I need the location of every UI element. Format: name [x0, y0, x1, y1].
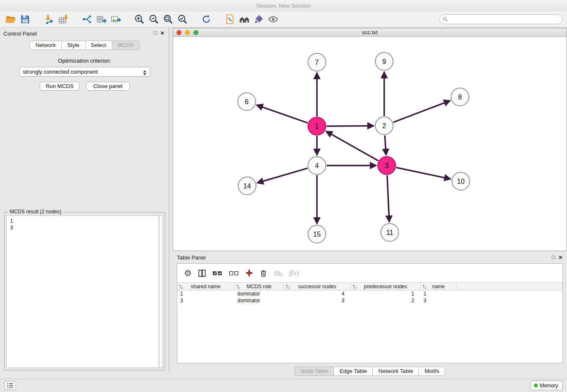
- deselect-all-icon: [229, 270, 239, 277]
- zoom-fit-button[interactable]: [161, 13, 175, 26]
- tab-style[interactable]: Style: [61, 41, 85, 50]
- graph-edge-2-3[interactable]: [385, 135, 386, 155]
- fx-icon: f(x): [289, 269, 299, 277]
- export-image-button[interactable]: [108, 13, 123, 26]
- svg-text:9: 9: [383, 58, 386, 65]
- graph-edge-4-14[interactable]: [257, 168, 308, 183]
- graph-node-15[interactable]: 15: [308, 225, 326, 243]
- task-history-button[interactable]: [4, 381, 16, 390]
- mcds-result-list[interactable]: 13: [6, 215, 159, 368]
- table-row[interactable]: 3dominator323: [177, 297, 562, 304]
- graph-node-11[interactable]: 11: [381, 224, 399, 241]
- delete-entry-button[interactable]: [259, 269, 267, 277]
- table-cell: dominator: [234, 297, 284, 304]
- tab-node-table[interactable]: Node Table: [295, 367, 334, 376]
- delete-table-button[interactable]: [274, 270, 283, 277]
- float-table-panel-icon[interactable]: □: [552, 254, 555, 260]
- zoom-fit-icon: [163, 14, 173, 25]
- show-hide-graphics-button[interactable]: [266, 13, 280, 26]
- memory-button[interactable]: Memory: [530, 381, 563, 390]
- window-zoom-icon[interactable]: [193, 30, 198, 35]
- graph-node-3[interactable]: 3: [378, 157, 396, 174]
- table-cell: 2: [351, 297, 421, 304]
- graph-edge-3-11[interactable]: [387, 175, 389, 222]
- run-mcds-button[interactable]: Run MCDS: [40, 82, 80, 91]
- tab-select[interactable]: Select: [85, 41, 112, 50]
- column-header-shared-name[interactable]: shared name: [177, 283, 234, 290]
- control-panel-title: Control Panel: [3, 30, 37, 37]
- graph-node-9[interactable]: 9: [375, 52, 393, 70]
- search-box[interactable]: [439, 14, 563, 24]
- toolbar-spacer: [0, 19, 3, 19]
- zoom-selected-button[interactable]: [175, 13, 190, 26]
- search-input[interactable]: [450, 17, 562, 22]
- tab-motifs[interactable]: Motifs: [418, 367, 445, 376]
- refresh-layout-button[interactable]: [199, 13, 213, 26]
- zoom-out-button[interactable]: [146, 13, 161, 26]
- copy-network-view-button[interactable]: [223, 13, 237, 26]
- close-table-panel-icon[interactable]: ×: [559, 254, 562, 260]
- column-header-MCDS-role[interactable]: MCDS role: [234, 283, 284, 290]
- add-entry-button[interactable]: [245, 269, 253, 277]
- column-header-successor-nodes[interactable]: successor nodes: [284, 283, 351, 290]
- window-minimize-icon[interactable]: [185, 30, 190, 35]
- table-cell: dominator: [234, 290, 284, 297]
- optimization-select[interactable]: strongly connected component: [19, 67, 150, 77]
- graph-node-1[interactable]: 1: [308, 117, 326, 135]
- float-panel-icon[interactable]: □: [154, 30, 157, 36]
- show-columns-button[interactable]: [198, 269, 206, 277]
- refresh-icon: [201, 14, 212, 25]
- apply-style-button[interactable]: [251, 13, 266, 26]
- graph-node-2[interactable]: 2: [375, 117, 393, 135]
- graph-node-14[interactable]: 14: [238, 177, 256, 195]
- svg-text:10: 10: [457, 178, 465, 185]
- graph-node-4[interactable]: 4: [308, 157, 326, 174]
- graph-edge-3-10[interactable]: [396, 168, 451, 179]
- import-network-button[interactable]: [41, 13, 56, 26]
- graph-edge-3-1[interactable]: [326, 131, 378, 160]
- graph-node-8[interactable]: 8: [451, 88, 469, 106]
- column-header-name[interactable]: name: [421, 283, 457, 290]
- network-table-button[interactable]: [94, 13, 108, 26]
- import-table-button[interactable]: [56, 13, 70, 26]
- graph-node-6[interactable]: 6: [238, 93, 256, 110]
- open-session-button[interactable]: [3, 13, 18, 26]
- function-builder-button[interactable]: f(x): [289, 269, 299, 277]
- zoom-in-button[interactable]: [132, 13, 146, 26]
- svg-text:15: 15: [313, 231, 321, 238]
- column-header-predecessor-nodes[interactable]: predecessor nodes: [351, 283, 421, 290]
- graph-edge-1-6[interactable]: [257, 105, 308, 123]
- table-cell: 1: [421, 290, 457, 297]
- table-panel-title: Table Panel: [177, 254, 206, 261]
- zoom-in-icon: [134, 14, 145, 25]
- svg-text:11: 11: [386, 229, 394, 236]
- deselect-all-button[interactable]: [229, 270, 239, 277]
- graph-edge-1-2[interactable]: [327, 126, 374, 126]
- tab-network-table[interactable]: Network Table: [372, 367, 419, 376]
- new-network-button[interactable]: [80, 13, 94, 26]
- graph-node-10[interactable]: 10: [452, 172, 470, 190]
- table-row[interactable]: 1dominator411: [177, 290, 562, 297]
- table-settings-button[interactable]: ⚙: [184, 269, 192, 277]
- toolbar-spacer: [32, 19, 41, 19]
- first-neighbors-button[interactable]: [237, 13, 251, 26]
- main-toolbar: [0, 11, 567, 28]
- status-bar: Memory: [0, 379, 567, 392]
- search-icon: [443, 17, 448, 22]
- control-panel: Control Panel □ × NetworkStyleSelectMCDS…: [0, 28, 169, 373]
- tab-network[interactable]: Network: [30, 41, 62, 50]
- style-brush-icon: [253, 14, 264, 25]
- graph-edge-2-8[interactable]: [394, 101, 450, 122]
- tab-mcds[interactable]: MCDS: [112, 41, 140, 50]
- svg-text:6: 6: [245, 98, 249, 105]
- close-panel-icon[interactable]: ×: [160, 30, 164, 36]
- mcds-result-scrollbar[interactable]: [159, 215, 163, 368]
- close-panel-button[interactable]: Close panel: [86, 82, 130, 91]
- tab-edge-table[interactable]: Edge Table: [333, 367, 373, 376]
- save-session-button[interactable]: [18, 13, 32, 26]
- graph-node-7[interactable]: 7: [308, 53, 326, 71]
- window-close-icon[interactable]: [176, 30, 182, 35]
- select-all-button[interactable]: [212, 270, 223, 277]
- network-canvas[interactable]: 1234678910111415: [173, 37, 567, 251]
- network-share-icon: [82, 14, 92, 25]
